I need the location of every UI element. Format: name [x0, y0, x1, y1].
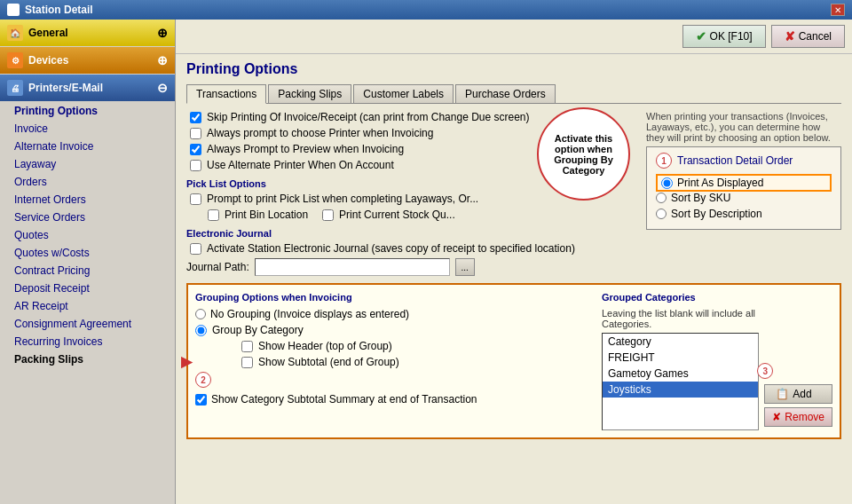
title-bar-left: Station Detail: [7, 4, 93, 16]
show-category-subtotal-label: Show Category Subtotal Summary at end of…: [211, 393, 477, 406]
callout-bubble: Activate this option when Grouping By Ca…: [537, 107, 630, 201]
circle-1: 1: [656, 153, 672, 169]
right-note: When printing your transactions (Invoice…: [646, 111, 841, 143]
sidebar-item-internet-orders[interactable]: Internet Orders: [0, 191, 175, 209]
two-col-layout: Skip Printing Of Invoice/Receipt (can pr…: [186, 111, 841, 276]
cancel-button[interactable]: ✘ Cancel: [771, 25, 845, 48]
sidebar-item-orders[interactable]: Orders: [0, 173, 175, 191]
check-icon: ✔: [696, 29, 706, 43]
group-list-item-selected[interactable]: Joysticks: [603, 382, 758, 398]
sidebar-devices-header[interactable]: ⚙ Devices ⊕: [0, 47, 175, 74]
print-bin-label: Print Bin Location: [225, 209, 308, 221]
grouped-layout: Leaving the list blank will include all …: [602, 308, 832, 430]
no-grouping-radio[interactable]: [195, 309, 206, 319]
sidebar-item-alternate-invoice[interactable]: Alternate Invoice: [0, 138, 175, 155]
activate-journal-label: Activate Station Electronic Journal (sav…: [207, 242, 575, 255]
sidebar-item-deposit-receipt[interactable]: Deposit Receipt: [0, 280, 175, 297]
ok-button[interactable]: ✔ OK [F10]: [682, 25, 766, 48]
use-alternate-checkbox[interactable]: [190, 160, 201, 171]
activate-journal-checkbox[interactable]: [190, 243, 201, 255]
grouping-title: Grouping Options when Invoicing: [195, 292, 593, 303]
sidebar-item-service-orders[interactable]: Service Orders: [0, 209, 175, 226]
ok-label: OK [F10]: [710, 30, 753, 43]
electronic-journal-label: Electronic Journal: [186, 228, 637, 239]
remove-button[interactable]: ✘ Remove: [764, 407, 832, 427]
group-list-item[interactable]: Gametoy Games: [603, 366, 758, 382]
sidebar-item-packing-slips[interactable]: Packing Slips: [0, 350, 175, 368]
add-button[interactable]: 📋 Add: [764, 384, 832, 404]
print-as-displayed-radio[interactable]: [661, 177, 673, 189]
sidebar-item-invoice[interactable]: Invoice: [0, 120, 175, 138]
grouped-buttons-col: 3 📋 Add ✘ Remove: [764, 308, 832, 430]
show-subtotal-row: Show Subtotal (end of Group): [195, 356, 593, 368]
sort-by-desc-label: Sort By Description: [671, 208, 762, 220]
window-close-button[interactable]: ✕: [831, 4, 845, 16]
sidebar-general-label: General: [28, 27, 68, 39]
grouping-section: ▶ Grouping Options when Invoicing No Gro…: [186, 283, 841, 439]
group-list-item[interactable]: FREIGHT: [603, 350, 758, 366]
use-alternate-label: Use Alternate Printer When On Account: [207, 159, 394, 171]
sort-by-sku-label: Sort By SKU: [671, 192, 730, 204]
group-list-item[interactable]: Category: [603, 334, 758, 350]
show-subtotal-checkbox[interactable]: [241, 357, 253, 368]
sidebar-item-contract-pricing[interactable]: Contract Pricing: [0, 262, 175, 280]
transaction-detail-title: 1 Transaction Detail Order: [656, 153, 832, 169]
sidebar-item-quotes-costs[interactable]: Quotes w/Costs: [0, 244, 175, 262]
tab-packing-slips[interactable]: Packing Slips: [268, 84, 351, 103]
circle-3: 3: [757, 363, 773, 379]
sidebar-item-quotes[interactable]: Quotes: [0, 226, 175, 244]
grouped-note: Leaving the list blank will include all …: [602, 308, 759, 329]
sidebar-item-printing-options[interactable]: Printing Options: [0, 102, 175, 120]
print-stock-checkbox[interactable]: [322, 209, 334, 221]
sidebar-general-header[interactable]: 🏠 General ⊕: [0, 20, 175, 46]
group-by-category-row: Group By Category: [195, 324, 593, 336]
sort-by-sku-row: Sort By SKU: [656, 192, 832, 204]
sort-by-sku-radio[interactable]: [656, 193, 667, 203]
always-prompt-checkbox[interactable]: [190, 128, 201, 139]
sidebar-devices-label: Devices: [28, 54, 68, 67]
show-subtotal-label: Show Subtotal (end of Group): [258, 356, 399, 368]
show-header-checkbox[interactable]: [241, 341, 253, 352]
tab-transactions[interactable]: Transactions: [186, 84, 266, 104]
print-as-displayed-row: Print As Displayed: [656, 174, 832, 192]
sidebar: 🏠 General ⊕ ⚙ Devices ⊕ 🖨 Printers/E-Mai…: [0, 20, 176, 504]
skip-print-checkbox[interactable]: [190, 112, 201, 123]
grouped-categories-title: Grouped Categories: [602, 292, 832, 303]
show-category-subtotal-checkbox[interactable]: [195, 394, 207, 406]
x-icon: ✘: [785, 29, 795, 43]
group-by-category-radio[interactable]: [195, 325, 207, 336]
sidebar-items-list: Printing Options Invoice Alternate Invoi…: [0, 102, 175, 368]
main-container: 🏠 General ⊕ ⚙ Devices ⊕ 🖨 Printers/E-Mai…: [0, 20, 852, 504]
always-preview-checkbox[interactable]: [190, 144, 201, 155]
group-list-item-empty[interactable]: [603, 398, 758, 401]
pick-list-checkbox[interactable]: [190, 193, 201, 205]
pick-list-main-label: Prompt to print Pick List when completin…: [207, 193, 478, 205]
sidebar-item-consignment[interactable]: Consignment Agreement: [0, 315, 175, 333]
grouped-list-col: Leaving the list blank will include all …: [602, 308, 759, 430]
circle-2-row: 2: [195, 372, 593, 388]
top-button-bar: ✔ OK [F10] ✘ Cancel: [176, 20, 852, 54]
sidebar-printers-header[interactable]: 🖨 Printers/E-Mail ⊖: [0, 75, 175, 101]
grouped-categories-list[interactable]: Category FREIGHT Gametoy Games Joysticks: [602, 333, 759, 430]
remove-icon: ✘: [772, 411, 781, 423]
print-bin-checkbox[interactable]: [208, 209, 219, 221]
sidebar-item-ar-receipt[interactable]: AR Receipt: [0, 297, 175, 315]
circle-2: 2: [195, 372, 211, 388]
tab-purchase-orders[interactable]: Purchase Orders: [455, 84, 556, 103]
journal-path-input[interactable]: [255, 258, 450, 276]
window-title: Station Detail: [25, 4, 93, 16]
app-icon: [7, 4, 20, 16]
group-by-category-label: Group By Category: [212, 324, 304, 336]
arrow-left: ▶: [181, 353, 192, 370]
sidebar-printers-label: Printers/E-Mail: [28, 82, 103, 94]
sort-by-desc-radio[interactable]: [656, 209, 667, 219]
show-header-row: Show Header (top of Group): [195, 340, 593, 352]
journal-browse-button[interactable]: ...: [455, 258, 475, 276]
always-preview-label: Always Prompt to Preview when Invoicing: [207, 143, 404, 155]
sidebar-item-recurring-invoices[interactable]: Recurring Invoices: [0, 333, 175, 350]
sidebar-item-layaway[interactable]: Layaway: [0, 155, 175, 173]
no-grouping-label: No Grouping (Invoice displays as entered…: [210, 308, 409, 320]
cancel-label: Cancel: [799, 30, 832, 43]
show-category-row: Show Category Subtotal Summary at end of…: [195, 393, 593, 406]
tab-customer-labels[interactable]: Customer Labels: [353, 84, 454, 103]
